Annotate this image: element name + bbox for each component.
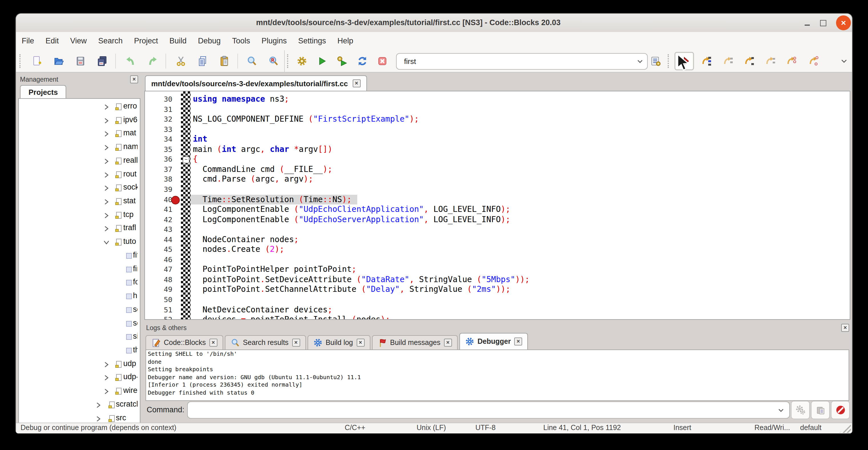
tree-item-se[interactable]: se	[19, 304, 140, 317]
line-number[interactable]: 52	[145, 315, 172, 320]
resize-grip[interactable]	[839, 424, 851, 433]
tree-item-ipv6[interactable]: ipv6	[19, 114, 140, 127]
breakpoint-icon[interactable]	[171, 196, 180, 204]
build-and-run-button[interactable]	[334, 54, 349, 68]
chevron-right-icon[interactable]	[103, 104, 110, 110]
menu-view[interactable]: View	[64, 32, 92, 50]
run-button[interactable]	[314, 54, 329, 68]
tree-item-wire[interactable]: wire	[19, 385, 140, 398]
line-number[interactable]: 30	[145, 95, 172, 103]
menu-build[interactable]: Build	[164, 32, 192, 50]
tab-close-icon[interactable]: ×	[514, 337, 522, 346]
stop-debugger-button[interactable]	[831, 401, 850, 419]
next-instruction-button[interactable]	[784, 54, 799, 68]
chevron-right-icon[interactable]	[103, 361, 110, 367]
tree-item-erro[interactable]: erro	[19, 100, 140, 114]
editor-tab-first-cc[interactable]: mnt/dev/tools/source/ns-3-dev/examples/t…	[145, 76, 367, 91]
line-number[interactable]: 42	[145, 215, 172, 223]
code-line-47[interactable]: 47 PointToPointHelper pointToPoint;	[145, 265, 850, 275]
chevron-down-icon[interactable]	[632, 57, 647, 66]
code-line-49[interactable]: 49 pointToPoint.SetChannelAttribute ("De…	[145, 285, 850, 295]
tree-item-nam[interactable]: nam	[19, 141, 140, 154]
copy-button[interactable]	[195, 54, 210, 68]
line-number[interactable]: 49	[145, 285, 172, 294]
menu-settings[interactable]: Settings	[292, 32, 332, 50]
logs-tab-search-results[interactable]: Search results×	[224, 335, 306, 350]
code-line-51[interactable]: 51 NetDeviceContainer devices;	[145, 305, 850, 315]
chevron-right-icon[interactable]	[103, 375, 110, 381]
debugger-output[interactable]: Setting SHELL to '/bin/sh'doneSetting br…	[146, 350, 849, 401]
toolbar-grip[interactable]	[668, 54, 671, 68]
logs-tab-build-log[interactable]: Build log×	[307, 335, 370, 350]
code-line-41[interactable]: 41 LogComponentEnable ("UdpEchoClientApp…	[145, 205, 850, 215]
chevron-right-icon[interactable]	[95, 416, 101, 422]
editor-tab-close-icon[interactable]: ×	[352, 79, 361, 87]
line-number[interactable]: 33	[145, 125, 172, 133]
rebuild-button[interactable]	[355, 54, 370, 68]
horizontal-splitter[interactable]	[144, 320, 850, 324]
tree-item-fir[interactable]: fir	[19, 263, 140, 276]
code-line-50[interactable]: 50	[145, 295, 850, 305]
toolbar-grip[interactable]	[20, 54, 22, 68]
tree-item-tcp[interactable]: tcp	[19, 209, 140, 222]
code-line-38[interactable]: 38 cmd.Parse (argc, argv);	[145, 175, 850, 185]
toolbar-overflow-chevron-icon[interactable]	[838, 55, 850, 67]
next-line-button[interactable]	[721, 54, 736, 68]
code-line-42[interactable]: 42 LogComponentEnable ("UdpEchoServerApp…	[145, 214, 850, 225]
code-line-46[interactable]: 46	[145, 255, 850, 265]
tree-item-scratcl[interactable]: scratcl	[19, 399, 140, 412]
build-button[interactable]	[294, 54, 309, 68]
tree-item-stat[interactable]: stat	[19, 195, 140, 208]
menu-tools[interactable]: Tools	[226, 32, 256, 50]
line-number[interactable]: 47	[145, 265, 172, 274]
logs-tab-debugger[interactable]: Debugger×	[459, 333, 528, 350]
code-line-39[interactable]: 39	[145, 184, 850, 195]
line-number[interactable]: 51	[145, 305, 172, 314]
build-target-combo[interactable]: first	[396, 53, 648, 70]
management-close-icon[interactable]: ×	[130, 76, 138, 83]
code-line-52[interactable]: 52 devices = pointToPoint.Install (nodes…	[145, 314, 850, 320]
tree-item-se[interactable]: se	[19, 317, 140, 330]
line-number[interactable]: 31	[145, 105, 172, 113]
chevron-right-icon[interactable]	[103, 158, 110, 164]
menu-project[interactable]: Project	[128, 32, 164, 50]
chevron-down-icon[interactable]	[103, 239, 110, 245]
tab-projects[interactable]: Projects	[20, 85, 66, 99]
tree-item-reall[interactable]: reall	[19, 155, 140, 168]
toolbar-grip[interactable]	[287, 54, 290, 68]
save-all-button[interactable]	[95, 54, 110, 68]
line-number[interactable]: 41	[145, 205, 172, 214]
logs-close-icon[interactable]: ×	[841, 324, 849, 332]
tree-item-he[interactable]: he	[19, 290, 140, 303]
fold-marker-icon[interactable]: −	[183, 157, 189, 163]
code-line-34[interactable]: 34int	[145, 134, 850, 145]
project-tree[interactable]: erroipv6matnamreallroutsockstattcptraflt…	[18, 98, 141, 424]
tab-close-icon[interactable]: ×	[444, 339, 452, 347]
code-line-40[interactable]: 40 Time::SetResolution (Time::NS);	[145, 194, 850, 205]
menu-debug[interactable]: Debug	[192, 32, 226, 50]
chevron-right-icon[interactable]	[103, 145, 110, 151]
code-line-37[interactable]: 37 CommandLine cmd (__FILE__);	[145, 164, 850, 175]
save-file-button[interactable]	[73, 54, 88, 68]
line-number[interactable]: 46	[145, 255, 172, 264]
line-number[interactable]: 39	[145, 185, 172, 193]
chevron-right-icon[interactable]	[103, 199, 110, 205]
tree-item-th[interactable]: th	[19, 344, 140, 358]
menu-help[interactable]: Help	[332, 32, 359, 50]
chevron-right-icon[interactable]	[103, 131, 110, 137]
line-number[interactable]: 35	[145, 145, 172, 154]
redo-button[interactable]	[145, 54, 160, 68]
code-line-33[interactable]: 33	[145, 124, 850, 134]
code-line-36[interactable]: 36−{	[145, 154, 850, 165]
code-line-35[interactable]: 35main (int argc, char *argv[])	[145, 145, 850, 155]
code-line-30[interactable]: 30using namespace ns3;	[145, 94, 850, 104]
run-to-cursor-button[interactable]	[699, 54, 714, 68]
debug-settings-button[interactable]	[791, 401, 810, 419]
chevron-right-icon[interactable]	[95, 402, 101, 408]
paste-button[interactable]	[217, 54, 232, 68]
tree-item-trafl[interactable]: trafl	[19, 222, 140, 236]
build-options-button[interactable]	[648, 54, 663, 68]
code-editor[interactable]: 30using namespace ns3;3132NS_LOG_COMPONE…	[144, 91, 850, 320]
open-file-button[interactable]	[51, 54, 66, 68]
undo-button[interactable]	[123, 54, 138, 68]
